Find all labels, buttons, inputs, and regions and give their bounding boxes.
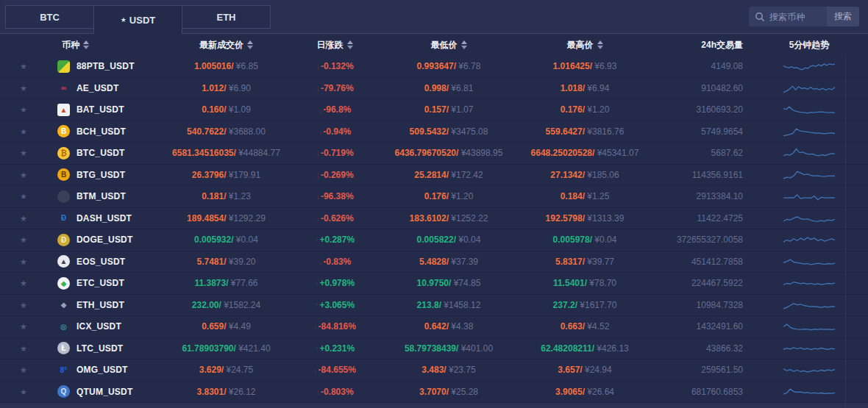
coin-icon: Ð	[57, 234, 70, 246]
favorite-star-icon[interactable]: ★	[20, 214, 27, 223]
favorite-star-icon[interactable]: ★	[20, 344, 27, 353]
last-price-cell: 1.012/ ¥6.90	[166, 83, 287, 93]
daily-change-cell: ↓-0.803%	[287, 387, 383, 397]
low-price-cell: 3.483/ ¥23.75	[383, 365, 515, 375]
tab-usdt[interactable]: ★ USDT	[93, 5, 182, 34]
volume-cell: 259561.50	[655, 365, 750, 375]
pair-name: EOS_USDT	[77, 257, 125, 267]
daily-change-cell: ↓-84.655%	[287, 365, 383, 375]
sparkline	[750, 276, 868, 290]
high-price-cell: 1.016425/ ¥6.93	[515, 61, 655, 71]
table-row[interactable]: ★ ₿ BTC_USDT 6581.34516035/ ¥44884.77 ↓-…	[0, 143, 868, 165]
coin-icon: Ł	[57, 342, 70, 354]
column-header-daily-change[interactable]: 日涨跌	[287, 39, 383, 51]
daily-change-cell: ↑+0.287%	[287, 235, 383, 245]
favorite-star-icon[interactable]: ★	[20, 127, 27, 136]
sort-arrows-icon	[347, 40, 353, 49]
change-direction-icon: ↓	[319, 127, 323, 136]
volume-cell: 43866.32	[655, 343, 750, 354]
table-row[interactable]: ★ ◎ ICX_USDT 0.659/ ¥4.49 ↓-84.816% 0.64…	[0, 316, 868, 338]
table-row[interactable]: ★ ▲ BAT_USDT 0.160/ ¥1.09 ↓-96.8% 0.157/…	[0, 99, 868, 121]
high-price-cell: 5.8317/ ¥39.77	[515, 257, 655, 267]
daily-change-cell: ↑+0.978%	[287, 278, 383, 288]
volume-cell: 10984.7328	[655, 300, 750, 310]
favorite-star-icon[interactable]: ★	[20, 365, 27, 374]
favorite-star-icon[interactable]: ★	[20, 105, 27, 114]
low-price-cell: 183.6102/ ¥1252.22	[383, 213, 515, 223]
sparkline	[750, 146, 868, 160]
low-price-cell: 3.7070/ ¥25.28	[383, 387, 515, 397]
sparkline	[750, 341, 868, 356]
column-header-last-price[interactable]: 最新成交价	[166, 39, 287, 51]
last-price-cell: 61.78903790/ ¥421.40	[166, 343, 287, 354]
tab-btc-label: BTC	[40, 12, 60, 23]
volume-cell: 5749.9654	[655, 126, 750, 137]
high-price-cell: 237.2/ ¥1617.70	[515, 300, 655, 310]
change-direction-icon: ↓	[316, 192, 320, 201]
tab-btc[interactable]: BTC	[5, 5, 94, 29]
search-input[interactable]	[769, 12, 827, 22]
change-direction-icon: ↑	[315, 344, 319, 353]
table-row[interactable]: ★ Ł LTC_USDT 61.78903790/ ¥421.40 ↑+0.23…	[0, 338, 868, 360]
sparkline	[750, 298, 868, 312]
table-row[interactable]: ★ Q QTUM_USDT 3.8301/ ¥26.12 ↓-0.803% 3.…	[0, 382, 868, 404]
column-header-volume: 24h交易量	[655, 39, 750, 51]
high-price-cell: 192.5798/ ¥1313.39	[515, 213, 655, 223]
coin-icon: ◆	[57, 298, 70, 311]
search-box: 搜索	[749, 7, 859, 26]
table-row[interactable]: ★ ∞ AE_USDT 1.012/ ¥6.90 ↓-79.76% 0.998/…	[0, 78, 868, 100]
high-price-cell: 559.6427/ ¥3816.76	[515, 126, 655, 137]
favorite-star-icon[interactable]: ★	[20, 148, 27, 157]
favorite-star-icon[interactable]: ★	[20, 192, 27, 201]
favorite-star-icon[interactable]: ★	[20, 235, 27, 244]
high-price-cell: 0.005978/ ¥0.04	[515, 235, 655, 245]
tab-eth[interactable]: ETH	[182, 5, 271, 29]
coin-icon: 8°	[57, 364, 70, 376]
sort-arrows-icon	[597, 40, 603, 49]
table-row[interactable]: ★ ▲ EOS_USDT 5.7481/ ¥39.20 ↓-0.83% 5.48…	[0, 251, 868, 273]
last-price-cell: 6581.34516035/ ¥44884.77	[166, 148, 287, 158]
low-price-cell: 509.5432/ ¥3475.08	[383, 126, 515, 137]
favorite-star-icon[interactable]: ★	[20, 322, 27, 331]
low-price-cell: 0.005822/ ¥0.04	[383, 235, 515, 245]
market-tabs: BTC ★ USDT ETH	[0, 0, 868, 34]
low-price-cell: 0.993647/ ¥6.78	[383, 61, 515, 71]
favorite-star-icon[interactable]: ★	[20, 84, 27, 93]
pair-name: QTUM_USDT	[77, 387, 132, 397]
favorite-star-icon[interactable]: ★	[20, 171, 27, 179]
column-header-low-price[interactable]: 最低价	[383, 39, 515, 51]
table-row[interactable]: ★ 8° OMG_USDT 3.629/ ¥24.75 ↓-84.655% 3.…	[0, 359, 868, 382]
favorite-star-icon[interactable]: ★	[20, 279, 27, 287]
last-price-cell: 232.00/ ¥1582.24	[166, 300, 287, 310]
column-header-coin[interactable]: 币种	[47, 39, 166, 51]
change-direction-icon: ↓	[319, 257, 323, 266]
table-row[interactable]: ★ Ð DOGE_USDT 0.005932/ ¥0.04 ↑+0.287% 0…	[0, 229, 868, 251]
high-price-cell: 3.9065/ ¥26.64	[515, 387, 655, 397]
search-button[interactable]: 搜索	[827, 7, 859, 26]
table-row[interactable]: ★ Ð DASH_USDT 189.4854/ ¥1292.29 ↓-0.626…	[0, 208, 868, 230]
last-price-cell: 5.7481/ ¥39.20	[166, 257, 287, 267]
table-row[interactable]: ★ ◆ ETH_USDT 232.00/ ¥1582.24 ↑+3.065% 2…	[0, 295, 868, 317]
change-direction-icon: ↓	[316, 148, 320, 157]
low-price-cell: 0.998/ ¥6.81	[383, 83, 515, 93]
high-price-cell: 3.657/ ¥24.94	[515, 365, 655, 375]
table-row[interactable]: ★ ◆ ETC_USDT 11.3873/ ¥77.66 ↑+0.978% 10…	[0, 273, 868, 295]
favorite-star-icon[interactable]: ★	[20, 62, 27, 71]
table-row[interactable]: ★ B BCH_USDT 540.7622/ ¥3688.00 ↓-0.94% …	[0, 121, 868, 143]
pair-name: BTG_USDT	[77, 170, 125, 180]
low-price-cell: 10.9750/ ¥74.85	[383, 278, 515, 288]
table-row[interactable]: ★ 88PTB_USDT 1.005016/ ¥6.85 ↓-0.132% 0.…	[0, 56, 868, 78]
favorite-star-icon[interactable]: ★	[20, 257, 27, 266]
sort-arrows-icon	[461, 40, 467, 49]
sparkline	[750, 124, 868, 139]
high-price-cell: 0.184/ ¥1.25	[515, 191, 655, 201]
table-row[interactable]: ★ B BTG_USDT 26.3796/ ¥179.91 ↓-0.269% 2…	[0, 165, 868, 187]
sort-arrows-icon	[247, 40, 253, 49]
daily-change-cell: ↓-0.719%	[287, 148, 383, 158]
favorite-star-icon[interactable]: ★	[20, 301, 27, 309]
column-header-high-price[interactable]: 最高价	[515, 39, 655, 51]
table-row[interactable]: ★ BTM_USDT 0.181/ ¥1.23 ↓-96.38% 0.176/ …	[0, 186, 868, 208]
pair-name: DOGE_USDT	[77, 235, 132, 245]
favorite-star-icon[interactable]: ★	[20, 387, 27, 396]
coin-icon: ◎	[57, 321, 70, 333]
